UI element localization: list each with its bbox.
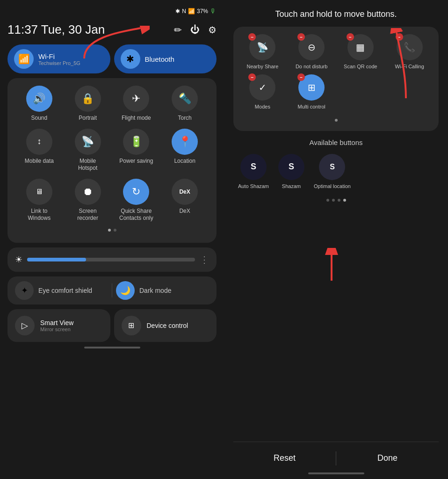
dex-icon: DeX	[172, 179, 198, 205]
remove-badge-2[interactable]: −	[297, 33, 305, 41]
device-control-label: Device control	[147, 322, 188, 329]
do-not-disturb-tile[interactable]: − ⊖ Do not disturb	[290, 34, 333, 70]
wifi-icon: 📶	[14, 49, 34, 69]
torch-icon: 🔦	[172, 86, 198, 112]
smart-view-sub: Mirror screen	[40, 327, 73, 332]
quick-share-tile[interactable]: ↻ Quick Share Contacts only	[117, 179, 155, 222]
hotspot-tile[interactable]: 📡 Mobile Hotspot	[69, 129, 107, 172]
torch-tile[interactable]: 🔦 Torch	[166, 86, 203, 122]
portrait-icon: 🔒	[75, 86, 101, 112]
remove-badge-4[interactable]: −	[396, 33, 403, 41]
dot-2	[114, 229, 116, 232]
portrait-tile[interactable]: 🔒 Portrait	[69, 86, 107, 122]
smart-view-label: Smart View	[40, 319, 73, 327]
mobile-data-icon: ↕	[26, 129, 52, 155]
home-indicator	[84, 347, 140, 348]
brightness-slider[interactable]	[27, 258, 195, 261]
active-buttons-area: − 📡 Nearby Share − ⊖ Do not disturb − ▦ …	[233, 27, 439, 131]
brightness-control: ☀ ⋮	[7, 247, 217, 272]
status-icons: ✱ N 📶 37% 🎙	[175, 7, 217, 15]
brightness-sun-icon: ☀	[15, 254, 22, 265]
rp-footer: Reset Done	[233, 442, 439, 468]
flight-icon: ✈	[123, 86, 149, 112]
screen-recorder-tile[interactable]: ⏺ Screen recorder	[69, 179, 107, 222]
location-label: Location	[174, 158, 195, 165]
mic-icon: 🎙	[210, 7, 217, 15]
status-bar: ✱ N 📶 37% 🎙	[7, 6, 217, 17]
screen-recorder-icon: ⏺	[75, 179, 101, 205]
mobile-data-tile[interactable]: ↕ Mobile data	[21, 129, 58, 172]
remove-badge-6[interactable]: −	[297, 73, 305, 81]
modes-tile[interactable]: − ✓ Modes	[241, 74, 284, 110]
rp-pagination-dots	[233, 199, 439, 202]
grid-pagination-dots	[15, 229, 209, 232]
active-buttons-row2: − ✓ Modes − ⊞ Multi control	[241, 74, 431, 110]
rp-home-indicator	[308, 472, 364, 474]
power-saving-tile[interactable]: 🔋 Power saving	[117, 129, 155, 172]
nfc-icon: N	[182, 8, 186, 15]
scan-qr-tile[interactable]: − ▦ Scan QR code	[339, 34, 383, 70]
remove-badge[interactable]: −	[248, 33, 256, 41]
hotspot-icon: 📡	[75, 129, 101, 155]
modes-icon: − ✓	[249, 74, 275, 101]
edit-icon[interactable]: ✏	[174, 24, 182, 36]
multi-control-label: Multi control	[297, 103, 325, 110]
area-dot	[335, 119, 338, 122]
scan-qr-label: Scan QR code	[344, 63, 377, 70]
location-icon: 📍	[172, 129, 198, 155]
nearby-share-tile[interactable]: − 📡 Nearby Share	[241, 34, 284, 70]
shazam-icon: S	[278, 154, 304, 180]
rp-dot-4	[343, 199, 346, 202]
grid-row-2: ↕ Mobile data 📡 Mobile Hotspot 🔋 Power s…	[15, 129, 209, 172]
sound-tile[interactable]: 🔊 Sound	[21, 86, 58, 122]
active-buttons-row1: − 📡 Nearby Share − ⊖ Do not disturb − ▦ …	[241, 34, 431, 70]
rp-title: Touch and hold to move buttons.	[233, 9, 439, 19]
sound-icon: 🔊	[26, 86, 52, 112]
device-control-text: Device control	[147, 322, 188, 329]
location-tile[interactable]: 📍 Location	[166, 129, 203, 172]
smart-view-tile[interactable]: ▷ Smart View Mirror screen	[7, 309, 110, 342]
device-control-tile[interactable]: ⊞ Device control	[114, 309, 217, 342]
auto-shazam-tile[interactable]: S Auto Shazam	[238, 154, 269, 189]
quick-settings-grid: 🔊 Sound 🔒 Portrait ✈ Flight mode 🔦 Torch…	[7, 78, 217, 243]
dex-tile[interactable]: DeX DeX	[166, 179, 203, 222]
header-actions: ✏ ⏻ ⚙	[174, 24, 217, 36]
link-windows-icon: 🖥	[26, 179, 52, 205]
portrait-label: Portrait	[79, 115, 97, 122]
sound-label: Sound	[31, 115, 48, 122]
link-windows-tile[interactable]: 🖥 Link to Windows	[21, 179, 58, 222]
remove-badge-3[interactable]: −	[347, 33, 354, 41]
available-buttons-grid: S Auto Shazam S Shazam S Optimal locatio…	[233, 154, 439, 189]
display-options: ✦ Eye comfort shield 🌙 Dark mode	[7, 276, 217, 305]
done-button[interactable]: Done	[336, 449, 439, 468]
dark-mode-label: Dark mode	[139, 287, 171, 294]
power-icon[interactable]: ⏻	[190, 24, 200, 35]
rp-dot-3	[338, 199, 340, 202]
remove-badge-5[interactable]: −	[248, 73, 256, 81]
settings-icon[interactable]: ⚙	[208, 24, 217, 36]
multi-control-tile[interactable]: − ⊞ Multi control	[290, 74, 333, 110]
smart-view-icon: ▷	[15, 316, 35, 335]
wifi-calling-tile[interactable]: − 📞 Wi-Fi Calling	[388, 34, 431, 70]
bottom-quick-actions: ▷ Smart View Mirror screen ⊞ Device cont…	[7, 309, 217, 342]
header-row: 11:37 Tue, 30 Jan ✏ ⏻ ⚙	[7, 21, 217, 39]
brightness-menu-icon[interactable]: ⋮	[200, 254, 209, 265]
quick-share-icon: ↻	[123, 179, 149, 205]
torch-label: Torch	[178, 115, 191, 122]
optimal-location-tile[interactable]: S Optimal location	[314, 154, 351, 189]
dark-mode-icon: 🌙	[116, 281, 135, 300]
shazam-tile[interactable]: S Shazam	[278, 154, 304, 189]
dnd-label: Do not disturb	[296, 63, 327, 70]
dark-mode-item[interactable]: 🌙 Dark mode	[116, 281, 209, 300]
multi-control-icon: − ⊞	[298, 74, 325, 101]
auto-shazam-icon: S	[240, 154, 267, 180]
wifi-toggle[interactable]: 📶 Wi-Fi Techwiser Pro_5G	[7, 44, 110, 73]
reset-button[interactable]: Reset	[233, 449, 336, 468]
flight-mode-tile[interactable]: ✈ Flight mode	[117, 86, 155, 122]
nearby-share-icon: − 📡	[249, 34, 275, 60]
shazam-label: Shazam	[282, 183, 301, 189]
auto-shazam-label: Auto Shazam	[238, 183, 269, 189]
bluetooth-toggle[interactable]: ✱ Bluetooth	[114, 44, 217, 73]
wifi-calling-label: Wi-Fi Calling	[395, 63, 424, 70]
eye-comfort-item[interactable]: ✦ Eye comfort shield	[15, 281, 108, 300]
